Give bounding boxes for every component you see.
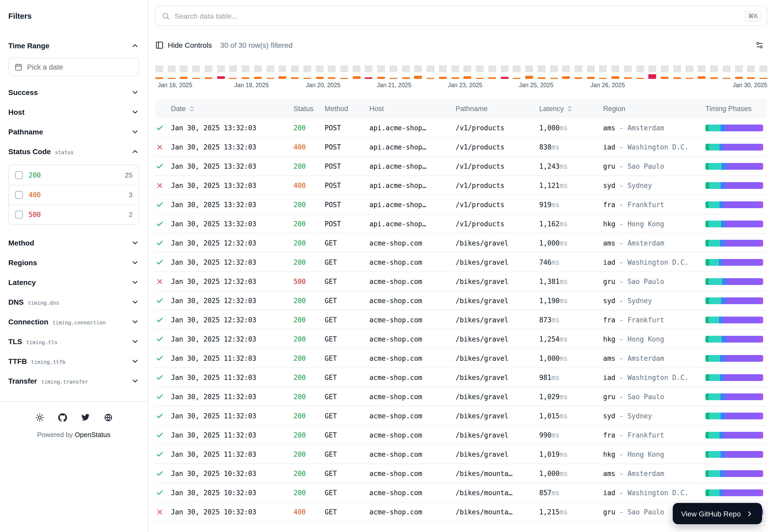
- twitter-icon[interactable]: [81, 413, 90, 422]
- table-row[interactable]: Jan 30, 2025 10:32:03200GETacme-shop.com…: [155, 483, 767, 502]
- table-row[interactable]: Jan 30, 2025 12:32:03200GETacme-shop.com…: [155, 330, 767, 349]
- status-filter-200[interactable]: 20025: [9, 165, 139, 185]
- filter-section-toggle-pathname[interactable]: Pathname: [8, 122, 139, 142]
- globe-icon[interactable]: [104, 413, 112, 422]
- view-github-repo-button[interactable]: View GitHub Repo: [673, 503, 762, 524]
- table-row[interactable]: Jan 30, 2025 11:32:03200GETacme-shop.com…: [155, 368, 767, 387]
- timeline-bar[interactable]: [624, 65, 632, 79]
- view-options-button[interactable]: [752, 37, 767, 53]
- timeline-bar[interactable]: [661, 65, 669, 79]
- timeline-bar[interactable]: [402, 65, 410, 79]
- table-row[interactable]: Jan 30, 2025 13:32:03200POSTapi.acme-sho…: [155, 195, 767, 214]
- filter-section-toggle-regions[interactable]: Regions: [8, 253, 139, 272]
- timeline-bar[interactable]: [365, 65, 373, 79]
- table-row[interactable]: Jan 30, 2025 12:32:03200GETacme-shop.com…: [155, 234, 767, 253]
- filter-section-toggle-status-code[interactable]: Status Codestatus: [8, 142, 139, 161]
- timeline-bar[interactable]: [353, 65, 361, 79]
- timeline-bar[interactable]: [500, 65, 508, 79]
- timeline-bar[interactable]: [192, 65, 200, 79]
- timeline-bar[interactable]: [735, 65, 743, 79]
- timeline-bar[interactable]: [464, 65, 471, 79]
- timeline-bar[interactable]: [525, 65, 533, 79]
- timeline-bar[interactable]: [155, 65, 163, 79]
- timeline-bar[interactable]: [229, 65, 237, 79]
- timeline-bar[interactable]: [562, 65, 570, 79]
- timeline-bar[interactable]: [167, 65, 175, 79]
- timeline-bar[interactable]: [377, 65, 385, 79]
- filter-section-toggle-tls[interactable]: TLStiming.tls: [8, 332, 139, 351]
- date-picker-input[interactable]: Pick a date: [8, 58, 139, 76]
- timeline-bar[interactable]: [476, 65, 484, 79]
- timeline-bar[interactable]: [587, 65, 595, 79]
- timeline-bar[interactable]: [279, 65, 287, 79]
- filter-section-toggle-method[interactable]: Method: [8, 233, 139, 253]
- table-row[interactable]: Jan 30, 2025 13:32:03200POSTapi.acme-sho…: [155, 214, 767, 234]
- checkbox[interactable]: [15, 191, 23, 199]
- timeline-bar[interactable]: [599, 65, 607, 79]
- status-filter-500[interactable]: 5002: [9, 204, 139, 224]
- filter-section-toggle-connection[interactable]: Connectiontiming.connection: [8, 312, 139, 332]
- column-latency[interactable]: Latency: [539, 105, 603, 112]
- table-row[interactable]: Jan 30, 2025 13:32:03200POSTapi.acme-sho…: [155, 157, 767, 176]
- timeline-bar[interactable]: [760, 65, 767, 79]
- timeline-bar[interactable]: [513, 65, 521, 79]
- timeline-bar[interactable]: [254, 65, 262, 79]
- filter-section-toggle-dns[interactable]: DNStiming.dns: [8, 292, 139, 312]
- timeline-bar[interactable]: [636, 65, 644, 79]
- table-row[interactable]: Jan 30, 2025 11:32:03200GETacme-shop.com…: [155, 387, 767, 406]
- table-row[interactable]: Jan 30, 2025 11:32:03200GETacme-shop.com…: [155, 349, 767, 368]
- checkbox[interactable]: [15, 211, 23, 219]
- filter-section-toggle-latency[interactable]: Latency: [8, 272, 139, 292]
- timeline-bar[interactable]: [328, 65, 336, 79]
- checkbox[interactable]: [15, 171, 23, 179]
- filter-section-toggle-ttfb[interactable]: TTFBtiming.ttfb: [8, 351, 139, 371]
- timeline-bar[interactable]: [316, 65, 323, 79]
- table-row[interactable]: Jan 30, 2025 13:32:03400POSTapi.acme-sho…: [155, 138, 767, 157]
- table-row[interactable]: Jan 30, 2025 12:32:03500GETacme-shop.com…: [155, 272, 767, 291]
- timeline-bar[interactable]: [266, 65, 274, 79]
- timeline-bar[interactable]: [303, 65, 311, 79]
- filter-section-toggle-host[interactable]: Host: [8, 102, 139, 122]
- timeline-bar[interactable]: [242, 65, 249, 79]
- table-row[interactable]: Jan 30, 2025 13:32:03200POSTapi.acme-sho…: [155, 118, 767, 138]
- filter-section-toggle-time-range[interactable]: Time Range: [8, 36, 139, 56]
- timeline-bar[interactable]: [723, 65, 730, 79]
- timeline-bar[interactable]: [686, 65, 693, 79]
- timeline-bar[interactable]: [488, 65, 496, 79]
- timeline-bar[interactable]: [673, 65, 681, 79]
- table-row[interactable]: Jan 30, 2025 10:32:03200GETacme-shop.com…: [155, 464, 767, 483]
- timeline-bar[interactable]: [205, 65, 213, 79]
- timeline-bar[interactable]: [217, 65, 225, 79]
- table-row[interactable]: Jan 30, 2025 12:32:03200GETacme-shop.com…: [155, 291, 767, 310]
- timeline-bar[interactable]: [340, 65, 348, 79]
- table-row[interactable]: Jan 30, 2025 11:32:03200GETacme-shop.com…: [155, 426, 767, 445]
- column-date[interactable]: Date: [171, 105, 294, 112]
- timeline-bar[interactable]: [451, 65, 459, 79]
- sun-icon[interactable]: [35, 413, 44, 422]
- timeline-bar[interactable]: [414, 65, 422, 79]
- timeline-bar[interactable]: [698, 65, 706, 79]
- hide-controls-button[interactable]: Hide Controls: [155, 41, 212, 49]
- timeline-bar[interactable]: [538, 65, 545, 79]
- timeline-bar[interactable]: [649, 65, 656, 79]
- table-row[interactable]: Jan 30, 2025 11:32:03200GETacme-shop.com…: [155, 406, 767, 426]
- timeline-bar[interactable]: [390, 65, 397, 79]
- filter-section-toggle-transfer[interactable]: Transfertiming.transfer: [8, 371, 139, 391]
- github-icon[interactable]: [58, 413, 67, 422]
- table-row[interactable]: Jan 30, 2025 13:32:03400POSTapi.acme-sho…: [155, 176, 767, 195]
- status-filter-400[interactable]: 4003: [9, 185, 139, 204]
- timeline-bar[interactable]: [426, 65, 434, 79]
- timeline-bar[interactable]: [574, 65, 583, 79]
- filter-section-toggle-success[interactable]: Success: [8, 83, 139, 102]
- openstatus-link[interactable]: OpenStatus: [75, 431, 110, 439]
- table-row[interactable]: Jan 30, 2025 12:32:03200GETacme-shop.com…: [155, 253, 767, 272]
- timeline-bar[interactable]: [612, 65, 619, 79]
- timeline-bar[interactable]: [180, 65, 188, 79]
- timeline-bar[interactable]: [550, 65, 558, 79]
- timeline-bar[interactable]: [747, 65, 755, 79]
- timeline-bar[interactable]: [439, 65, 447, 79]
- table-row[interactable]: Jan 30, 2025 11:32:03200GETacme-shop.com…: [155, 445, 767, 464]
- table-row[interactable]: Jan 30, 2025 12:32:03200GETacme-shop.com…: [155, 310, 767, 330]
- search-input[interactable]: [174, 12, 740, 20]
- timeline-bar[interactable]: [291, 65, 299, 79]
